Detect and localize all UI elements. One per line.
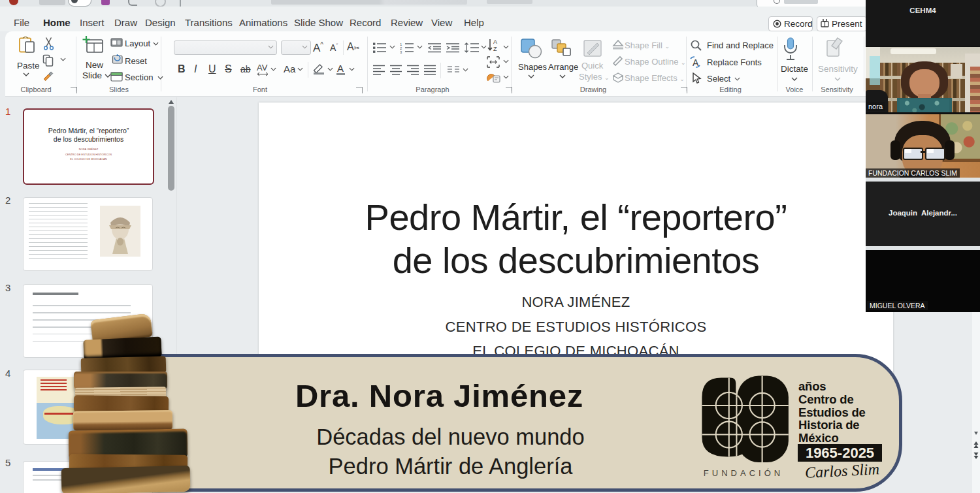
svg-text:3: 3 (400, 50, 402, 54)
svg-text:Z: Z (493, 46, 497, 52)
svg-text:A: A (493, 39, 497, 45)
